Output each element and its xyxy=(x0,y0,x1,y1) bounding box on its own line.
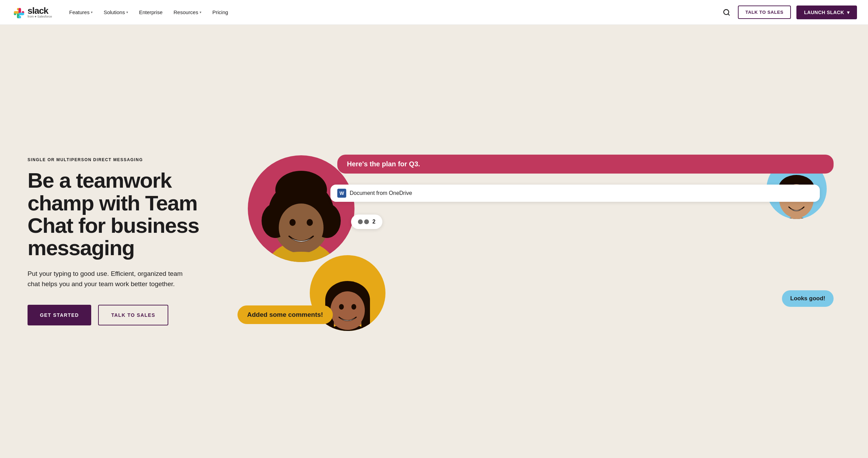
hero-subtext: Put your typing to good use. Efficient, … xyxy=(28,269,193,290)
hero-eyebrow: SINGLE OR MULTIPERSON DIRECT MESSAGING xyxy=(28,157,213,162)
chat-bubble-replies: 2 xyxy=(351,215,382,229)
hero-ctas: GET STARTED TALK TO SALES xyxy=(28,305,213,325)
slack-logo-icon xyxy=(11,5,25,20)
nav-pricing[interactable]: Pricing xyxy=(208,7,233,18)
chevron-down-icon: ▾ xyxy=(126,10,128,14)
chat-bubble-comments: Added some comments! xyxy=(237,305,333,324)
svg-point-11 xyxy=(307,219,313,226)
nav-links-group: Features ▾ Solutions ▾ Enterprise Resour… xyxy=(64,7,721,18)
nav-enterprise[interactable]: Enterprise xyxy=(134,7,167,18)
chevron-down-icon: ▾ xyxy=(200,10,201,14)
hero-left-content: SINGLE OR MULTIPERSON DIRECT MESSAGING B… xyxy=(28,157,227,325)
get-started-button[interactable]: GET STARTED xyxy=(28,305,91,325)
chat-bubble-onedrive: W Document from OneDrive xyxy=(330,185,820,202)
reply-dot xyxy=(358,219,363,224)
person-main-svg xyxy=(248,155,354,262)
person-circle-main xyxy=(248,155,354,262)
logo-salesforce-sub: from ● Salesforce xyxy=(28,15,52,18)
nav-features[interactable]: Features ▾ xyxy=(64,7,97,18)
chat-bubble-looks-good: Looks good! xyxy=(782,290,834,307)
search-icon xyxy=(723,9,730,16)
launch-slack-button[interactable]: LAUNCH SLACK ▾ xyxy=(796,6,857,19)
svg-point-9 xyxy=(279,204,324,252)
reply-dot xyxy=(364,219,369,224)
svg-point-10 xyxy=(289,219,296,226)
chat-bubble-plan: Here's the plan for Q3. xyxy=(337,155,834,174)
nav-solutions[interactable]: Solutions ▾ xyxy=(99,7,133,18)
chevron-down-icon: ▾ xyxy=(91,10,93,14)
svg-point-20 xyxy=(339,304,344,310)
hero-section: SINGLE OR MULTIPERSON DIRECT MESSAGING B… xyxy=(0,25,868,458)
talk-to-sales-nav-button[interactable]: TALK TO SALES xyxy=(738,6,791,19)
nav-resources[interactable]: Resources ▾ xyxy=(169,7,206,18)
talk-to-sales-hero-button[interactable]: TALK TO SALES xyxy=(98,305,168,325)
hero-illustration: Here's the plan for Q3. W Document from … xyxy=(227,152,840,331)
hero-headline: Be a teamwork champ with Team Chat for b… xyxy=(28,169,213,259)
search-button[interactable] xyxy=(721,7,732,18)
logo-wordmark: slack xyxy=(28,6,52,15)
reply-dots xyxy=(358,219,369,224)
svg-point-19 xyxy=(330,291,365,329)
svg-point-8 xyxy=(275,171,327,209)
svg-point-21 xyxy=(351,304,356,310)
nav-actions: TALK TO SALES LAUNCH SLACK ▾ xyxy=(721,6,857,19)
word-icon: W xyxy=(337,189,346,198)
svg-line-1 xyxy=(728,14,729,15)
chevron-down-icon: ▾ xyxy=(847,10,849,15)
main-nav: slack from ● Salesforce Features ▾ Solut… xyxy=(0,0,868,25)
logo-link[interactable]: slack from ● Salesforce xyxy=(11,5,52,20)
